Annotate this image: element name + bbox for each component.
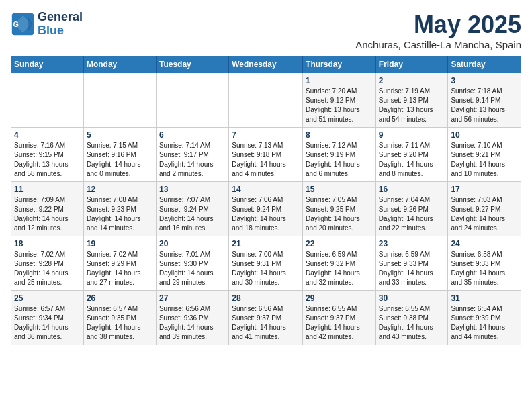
week-row-1: 1Sunrise: 7:20 AM Sunset: 9:12 PM Daylig… [11,73,521,128]
day-info: Sunrise: 7:02 AM Sunset: 9:28 PM Dayligh… [14,250,81,287]
logo-icon: G [11,12,35,36]
day-info: Sunrise: 7:20 AM Sunset: 9:12 PM Dayligh… [306,87,373,124]
day-cell: 23Sunrise: 6:59 AM Sunset: 9:33 PM Dayli… [375,236,448,291]
day-number: 8 [306,130,373,140]
day-number: 31 [451,293,518,303]
day-cell [83,73,156,128]
day-number: 27 [159,293,226,303]
day-number: 30 [379,293,445,303]
day-cell: 24Sunrise: 6:58 AM Sunset: 9:33 PM Dayli… [448,236,521,291]
week-row-3: 11Sunrise: 7:09 AM Sunset: 9:22 PM Dayli… [11,182,521,236]
day-number: 28 [232,293,300,303]
day-number: 9 [379,130,445,140]
header-cell-friday: Friday [375,56,448,73]
day-number: 1 [306,76,373,85]
day-number: 3 [451,76,518,85]
day-cell: 1Sunrise: 7:20 AM Sunset: 9:12 PM Daylig… [303,73,376,128]
calendar-table: SundayMondayTuesdayWednesdayThursdayFrid… [11,56,521,345]
day-info: Sunrise: 7:09 AM Sunset: 9:22 PM Dayligh… [14,195,81,233]
day-number: 25 [14,293,81,303]
day-cell: 30Sunrise: 6:55 AM Sunset: 9:38 PM Dayli… [375,291,448,345]
header-cell-wednesday: Wednesday [229,56,303,73]
day-info: Sunrise: 7:11 AM Sunset: 9:20 PM Dayligh… [379,141,445,179]
day-cell [229,73,303,128]
header-cell-monday: Monday [83,56,156,73]
day-cell: 22Sunrise: 6:59 AM Sunset: 9:32 PM Dayli… [303,236,376,291]
day-number: 14 [232,185,300,194]
day-number: 2 [379,76,445,85]
day-info: Sunrise: 7:02 AM Sunset: 9:29 PM Dayligh… [87,250,153,287]
day-info: Sunrise: 6:56 AM Sunset: 9:36 PM Dayligh… [159,304,226,342]
day-info: Sunrise: 6:55 AM Sunset: 9:38 PM Dayligh… [379,304,445,342]
day-number: 16 [379,185,445,194]
day-info: Sunrise: 7:04 AM Sunset: 9:26 PM Dayligh… [379,195,445,233]
title-block: May 2025 Anchuras, Castille-La Mancha, S… [355,11,521,50]
day-cell: 14Sunrise: 7:06 AM Sunset: 9:24 PM Dayli… [229,182,303,236]
day-cell: 27Sunrise: 6:56 AM Sunset: 9:36 PM Dayli… [156,291,228,345]
day-cell: 15Sunrise: 7:05 AM Sunset: 9:25 PM Dayli… [303,182,376,236]
day-info: Sunrise: 7:08 AM Sunset: 9:23 PM Dayligh… [87,195,153,233]
day-info: Sunrise: 6:57 AM Sunset: 9:34 PM Dayligh… [14,304,81,342]
week-row-2: 4Sunrise: 7:16 AM Sunset: 9:15 PM Daylig… [11,128,521,182]
day-cell: 12Sunrise: 7:08 AM Sunset: 9:23 PM Dayli… [83,182,156,236]
day-cell: 29Sunrise: 6:55 AM Sunset: 9:37 PM Dayli… [303,291,376,345]
day-info: Sunrise: 7:05 AM Sunset: 9:25 PM Dayligh… [306,195,373,233]
day-cell: 19Sunrise: 7:02 AM Sunset: 9:29 PM Dayli… [83,236,156,291]
day-info: Sunrise: 7:03 AM Sunset: 9:27 PM Dayligh… [451,195,518,233]
day-cell: 3Sunrise: 7:18 AM Sunset: 9:14 PM Daylig… [448,73,521,128]
day-info: Sunrise: 7:12 AM Sunset: 9:19 PM Dayligh… [306,141,373,179]
page-header: G General Blue May 2025 Anchuras, Castil… [11,11,521,50]
header-row: SundayMondayTuesdayWednesdayThursdayFrid… [11,56,521,73]
day-cell: 11Sunrise: 7:09 AM Sunset: 9:22 PM Dayli… [11,182,84,236]
day-info: Sunrise: 6:56 AM Sunset: 9:37 PM Dayligh… [232,304,300,342]
day-number: 18 [14,239,81,248]
day-cell: 26Sunrise: 6:57 AM Sunset: 9:35 PM Dayli… [83,291,156,345]
day-cell: 10Sunrise: 7:10 AM Sunset: 9:21 PM Dayli… [448,128,521,182]
day-info: Sunrise: 7:00 AM Sunset: 9:31 PM Dayligh… [232,250,300,287]
day-cell: 17Sunrise: 7:03 AM Sunset: 9:27 PM Dayli… [448,182,521,236]
day-cell: 25Sunrise: 6:57 AM Sunset: 9:34 PM Dayli… [11,291,84,345]
day-cell [156,73,228,128]
day-info: Sunrise: 7:15 AM Sunset: 9:16 PM Dayligh… [87,141,153,179]
day-number: 24 [451,239,518,248]
day-info: Sunrise: 7:07 AM Sunset: 9:24 PM Dayligh… [159,195,226,233]
day-info: Sunrise: 7:16 AM Sunset: 9:15 PM Dayligh… [14,141,81,179]
day-number: 21 [232,239,300,248]
day-cell: 28Sunrise: 6:56 AM Sunset: 9:37 PM Dayli… [229,291,303,345]
day-info: Sunrise: 6:55 AM Sunset: 9:37 PM Dayligh… [306,304,373,342]
day-number: 23 [379,239,445,248]
day-number: 17 [451,185,518,194]
day-number: 10 [451,130,518,140]
day-cell [11,73,84,128]
day-cell: 6Sunrise: 7:14 AM Sunset: 9:17 PM Daylig… [156,128,228,182]
location-subtitle: Anchuras, Castille-La Mancha, Spain [355,39,521,50]
day-number: 13 [159,185,226,194]
day-info: Sunrise: 6:59 AM Sunset: 9:33 PM Dayligh… [379,250,445,287]
day-number: 22 [306,239,373,248]
day-info: Sunrise: 6:58 AM Sunset: 9:33 PM Dayligh… [451,250,518,287]
header-cell-saturday: Saturday [448,56,521,73]
calendar-body: 1Sunrise: 7:20 AM Sunset: 9:12 PM Daylig… [11,73,521,345]
day-info: Sunrise: 7:06 AM Sunset: 9:24 PM Dayligh… [232,195,300,233]
day-cell: 4Sunrise: 7:16 AM Sunset: 9:15 PM Daylig… [11,128,84,182]
day-number: 20 [159,239,226,248]
day-cell: 9Sunrise: 7:11 AM Sunset: 9:20 PM Daylig… [375,128,448,182]
day-number: 5 [87,130,153,140]
day-cell: 7Sunrise: 7:13 AM Sunset: 9:18 PM Daylig… [229,128,303,182]
day-info: Sunrise: 7:01 AM Sunset: 9:30 PM Dayligh… [159,250,226,287]
month-title: May 2025 [355,11,521,39]
day-cell: 31Sunrise: 6:54 AM Sunset: 9:39 PM Dayli… [448,291,521,345]
day-number: 19 [87,239,153,248]
week-row-4: 18Sunrise: 7:02 AM Sunset: 9:28 PM Dayli… [11,236,521,291]
day-cell: 13Sunrise: 7:07 AM Sunset: 9:24 PM Dayli… [156,182,228,236]
week-row-5: 25Sunrise: 6:57 AM Sunset: 9:34 PM Dayli… [11,291,521,345]
day-info: Sunrise: 6:57 AM Sunset: 9:35 PM Dayligh… [87,304,153,342]
day-cell: 18Sunrise: 7:02 AM Sunset: 9:28 PM Dayli… [11,236,84,291]
day-number: 15 [306,185,373,194]
day-info: Sunrise: 7:14 AM Sunset: 9:17 PM Dayligh… [159,141,226,179]
day-cell: 16Sunrise: 7:04 AM Sunset: 9:26 PM Dayli… [375,182,448,236]
logo: G General Blue [11,11,83,38]
header-cell-sunday: Sunday [11,56,84,73]
svg-text:G: G [13,19,19,28]
day-info: Sunrise: 7:13 AM Sunset: 9:18 PM Dayligh… [232,141,300,179]
